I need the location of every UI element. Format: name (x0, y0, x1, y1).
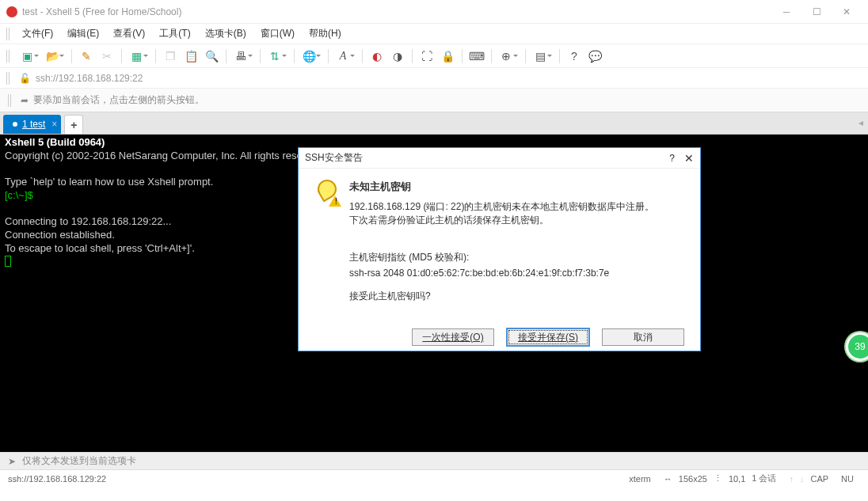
separator (328, 49, 329, 63)
lock-icon: 🔓 (19, 73, 31, 84)
separator (412, 49, 413, 63)
dialog-msg1: 192.168.168.129 (端口: 22)的主机密钥未在本地主机密钥数据库… (349, 200, 654, 214)
dialog-heading: 未知主机密钥 (349, 180, 654, 194)
grip-handle[interactable] (6, 72, 11, 85)
tab-test[interactable]: 1 test × (3, 115, 61, 134)
accept-once-button[interactable]: 一次性接受(O) (412, 328, 494, 346)
arrow-icon[interactable]: ➦ (21, 95, 29, 106)
cursor-icon (5, 256, 11, 267)
status-session: 1 会话 (745, 473, 782, 484)
color-icon[interactable]: ◐ (369, 48, 385, 64)
term-line: To escape to local shell, press 'Ctrl+Al… (5, 242, 195, 254)
menu-tools[interactable]: 工具(T) (153, 25, 196, 42)
window-titlebar: test - Xshell 5 (Free for Home/School) ─… (0, 0, 868, 24)
term-line: Connection established. (5, 229, 115, 241)
status-pos: 10,1 (729, 474, 745, 484)
disconnect-icon[interactable]: ✂ (99, 48, 115, 64)
menu-view[interactable]: 查看(V) (107, 25, 151, 42)
grip-handle[interactable] (6, 28, 11, 40)
keyboard-icon[interactable]: ⌨ (469, 48, 485, 64)
help-icon[interactable]: ? (566, 48, 582, 64)
dialog-titlebar[interactable]: SSH安全警告 ? ✕ (299, 148, 700, 169)
dialog-question: 接受此主机密钥吗? (349, 290, 684, 303)
term-line: Xshell 5 (Build 0964) (5, 136, 105, 148)
menu-edit[interactable]: 编辑(E) (61, 25, 105, 42)
close-tab-icon[interactable]: × (51, 119, 57, 130)
up-icon[interactable]: ↑ (782, 474, 800, 484)
separator (155, 49, 156, 63)
tab-label: 1 test (22, 119, 45, 130)
open-session-icon[interactable]: 📂 (44, 48, 60, 64)
dialog-title: SSH安全警告 (305, 151, 669, 165)
app-icon (6, 6, 17, 17)
status-cap: CAP (804, 474, 835, 484)
font-icon[interactable]: A (335, 48, 351, 64)
separator (71, 49, 72, 63)
menu-help[interactable]: 帮助(H) (303, 25, 348, 42)
scroll-right-icon[interactable]: ◂ (858, 117, 863, 128)
separator (226, 49, 227, 63)
status-size: 156x25 (679, 474, 707, 484)
address-bar: 🔓 ssh://192.168.168.129:22 (0, 68, 868, 89)
lock-icon[interactable]: 🔒 (440, 48, 455, 64)
cancel-button[interactable]: 取消 (602, 328, 684, 346)
size-icon: ↔ (657, 474, 679, 484)
separator (491, 49, 492, 63)
maximize-button[interactable]: ☐ (801, 2, 832, 21)
term-prompt: [c:\~]$ (5, 189, 33, 201)
toolbar: ▣ 📂 ✎ ✂ ▦ ❐ 📋 🔍 🖶 ⇅ 🌐 A ◐ ◑ ⛶ 🔒 ⌨ ⊕ ▤ ? … (0, 44, 868, 68)
feedback-icon[interactable]: 💬 (587, 48, 603, 64)
menu-tabs[interactable]: 选项卡(B) (199, 25, 253, 42)
status-bar: ssh://192.168.168.129:22 xterm ↔ 156x25 … (0, 469, 868, 487)
menu-file[interactable]: 文件(F) (16, 25, 59, 42)
term-line: Type `help' to learn how to use Xshell p… (5, 176, 213, 188)
add-icon[interactable]: ⊕ (498, 48, 514, 64)
theme-icon[interactable]: ◑ (390, 48, 405, 64)
ssh-warning-dialog: SSH安全警告 ? ✕ ! 未知主机密钥 192.168.168.129 (端口… (298, 147, 701, 351)
send-icon[interactable]: ➤ (8, 456, 16, 467)
grip-handle[interactable] (6, 50, 11, 63)
separator (294, 49, 295, 63)
address-text[interactable]: ssh://192.168.168.129:22 (36, 73, 143, 84)
key-warning-icon: ! (314, 180, 340, 205)
hint-bar: ➦ 要添加当前会话，点击左侧的箭头按钮。 (0, 89, 868, 112)
status-num: NU (835, 474, 860, 484)
help-icon[interactable]: ? (669, 153, 675, 164)
minimize-button[interactable]: ─ (771, 2, 801, 21)
separator (462, 49, 463, 63)
globe-icon[interactable]: 🌐 (301, 48, 317, 64)
tab-bar: 1 test × + ◂ (0, 112, 868, 135)
term-line: Connecting to 192.168.168.129:22... (5, 215, 171, 227)
compose-bar: ➤ 仅将文本发送到当前选项卡 (0, 452, 868, 469)
term-line: Copyright (c) 2002-2016 NetSarang Comput… (5, 150, 326, 161)
pos-icon: ⋮ (707, 473, 729, 484)
copy-icon[interactable]: ❐ (162, 48, 178, 64)
floating-badge[interactable]: 39 (846, 332, 868, 361)
transfer-icon[interactable]: ⇅ (267, 48, 283, 64)
status-dot-icon (13, 122, 17, 127)
close-icon[interactable]: ✕ (684, 152, 694, 165)
status-path: ssh://192.168.168.129:22 (8, 474, 106, 484)
accept-save-button[interactable]: 接受并保存(S) (507, 328, 589, 346)
print-icon[interactable]: 🖶 (233, 48, 249, 64)
properties-icon[interactable]: ▦ (128, 48, 144, 64)
status-term: xterm (622, 474, 657, 484)
add-tab-button[interactable]: + (64, 115, 83, 134)
fullscreen-icon[interactable]: ⛶ (419, 48, 435, 64)
separator (559, 49, 560, 63)
new-session-icon[interactable]: ▣ (19, 48, 35, 64)
paste-icon[interactable]: 📋 (183, 48, 199, 64)
find-icon[interactable]: 🔍 (204, 48, 219, 64)
separator (121, 49, 122, 63)
close-window-button[interactable]: ✕ (832, 2, 862, 21)
menubar: 文件(F) 编辑(E) 查看(V) 工具(T) 选项卡(B) 窗口(W) 帮助(… (0, 24, 868, 44)
compose-hint[interactable]: 仅将文本发送到当前选项卡 (22, 454, 136, 468)
separator (362, 49, 363, 63)
menu-window[interactable]: 窗口(W) (254, 25, 301, 42)
hint-text: 要添加当前会话，点击左侧的箭头按钮。 (33, 93, 204, 107)
reconnect-icon[interactable]: ✎ (78, 48, 94, 64)
layout-icon[interactable]: ▤ (532, 48, 548, 64)
dialog-msg2: 下次若需身份验证此主机的话须保存主机密钥。 (349, 214, 654, 227)
window-title: test - Xshell 5 (Free for Home/School) (22, 6, 771, 17)
grip-handle[interactable] (8, 94, 13, 107)
